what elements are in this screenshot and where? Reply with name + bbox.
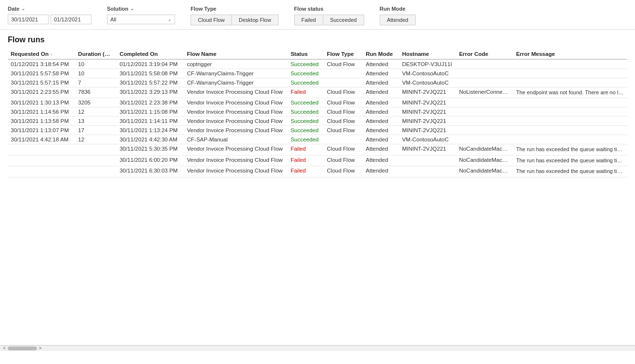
table-row[interactable]: 30/11/2021 5:57:58 PM 10 30/11/2021 5:58… <box>8 69 627 78</box>
col-header-duration[interactable]: Duration (Sec) <box>75 49 117 59</box>
cell-completed-on: 30/11/2021 6:00:20 PM <box>117 155 184 166</box>
col-header-completed-on[interactable]: Completed On <box>117 49 184 59</box>
table-row[interactable]: 01/12/2021 3:18:54 PM 10 01/12/2021 3:19… <box>8 59 627 69</box>
flow-status-succeeded-btn[interactable]: Succeeded <box>323 15 364 25</box>
cell-status: Succeeded <box>288 126 324 135</box>
cell-completed-on: 30/11/2021 1:13:24 PM <box>117 126 184 135</box>
cell-duration: 12 <box>75 135 117 144</box>
sort-icon-requested: ↑ <box>50 52 53 57</box>
table-row[interactable]: 30/11/2021 5:57:15 PM 7 30/11/2021 5:57:… <box>8 78 627 87</box>
col-header-flow-type[interactable]: Flow Type <box>324 49 363 59</box>
flow-type-buttons: Cloud Flow Desktop Flow <box>191 15 279 25</box>
table-row[interactable]: 30/11/2021 4:42:18 AM 12 30/11/2021 4:42… <box>8 135 627 144</box>
section-title: Flow runs <box>8 35 627 44</box>
cell-error-message: The run has exceeded the queue waiting t… <box>513 144 627 155</box>
date-to-input[interactable]: 01/12/2021 <box>51 15 91 24</box>
cell-completed-on: 30/11/2021 3:29:13 PM <box>117 87 184 98</box>
cell-duration: 12 <box>75 107 117 117</box>
cell-error-message <box>513 117 627 126</box>
date-chevron-icon: ⌄ <box>21 6 25 11</box>
cell-run-mode: Attended <box>363 155 399 166</box>
cell-duration: 3205 <box>75 98 117 107</box>
col-header-error-code[interactable]: Error Code <box>456 49 513 59</box>
table-row[interactable]: 30/11/2021 5:30:35 PM Vendor Invoice Pro… <box>8 144 627 155</box>
cell-flow-name: Vendor Invoice Processing Cloud Flow <box>184 144 287 155</box>
table-row[interactable]: 30/11/2021 6:30:03 PM Vendor Invoice Pro… <box>8 166 627 177</box>
cell-error-code <box>456 59 513 69</box>
scroll-right-btn[interactable]: > <box>37 346 44 351</box>
flow-type-label: Flow Type <box>191 6 279 12</box>
cell-hostname: DESKTOP-V3UJ11I <box>399 59 456 69</box>
cell-requested-on: 30/11/2021 1:13:07 PM <box>8 126 75 135</box>
cell-flow-name: Vendor Invoice Processing Cloud Flow <box>184 126 287 135</box>
cell-hostname: MININT-2VJQ221 <box>399 117 456 126</box>
date-from-input[interactable]: 30/11/2021 <box>8 15 49 24</box>
run-mode-buttons: Attended <box>380 15 416 25</box>
horizontal-scrollbar[interactable]: < > <box>0 345 635 351</box>
flow-status-filter-group: Flow status Failed Succeeded <box>294 6 364 25</box>
cell-error-code: NoListenerConnected <box>456 87 513 98</box>
table-header-row: Requested On ↑ Duration (Sec) Completed … <box>8 49 627 59</box>
flow-status-failed-btn[interactable]: Failed <box>294 15 323 25</box>
flow-type-desktop-btn[interactable]: Desktop Flow <box>232 15 279 25</box>
cell-status: Succeeded <box>288 59 324 69</box>
cell-error-code <box>456 107 513 117</box>
table-row[interactable]: 30/11/2021 6:00:20 PM Vendor Invoice Pro… <box>8 155 627 166</box>
cell-duration: 13 <box>75 117 117 126</box>
col-header-requested-on[interactable]: Requested On ↑ <box>8 49 75 59</box>
solution-filter-group: Solution ⌄ All ⌄ <box>107 6 175 24</box>
table-row[interactable]: 30/11/2021 1:30:13 PM 3205 30/11/2021 2:… <box>8 98 627 107</box>
cell-flow-type <box>324 78 363 87</box>
cell-hostname: VM-ContosoAutoC <box>399 78 456 87</box>
cell-flow-type: Cloud Flow <box>324 126 363 135</box>
cell-flow-name: Vendor Invoice Processing Cloud Flow <box>184 87 287 98</box>
table-row[interactable]: 30/11/2021 1:13:07 PM 17 30/11/2021 1:13… <box>8 126 627 135</box>
cell-flow-type: Cloud Flow <box>324 117 363 126</box>
cell-completed-on: 30/11/2021 6:30:03 PM <box>117 166 184 177</box>
col-header-flow-name[interactable]: Flow Name <box>184 49 287 59</box>
table-row[interactable]: 30/11/2021 2:23:55 PM 7836 30/11/2021 3:… <box>8 87 627 98</box>
cell-requested-on: 30/11/2021 1:14:56 PM <box>8 107 75 117</box>
cell-error-code <box>456 117 513 126</box>
cell-completed-on: 30/11/2021 1:14:11 PM <box>117 117 184 126</box>
cell-error-message: The run has exceeded the queue waiting t… <box>513 166 627 177</box>
cell-hostname: MININT-2VJQ221 <box>399 98 456 107</box>
cell-completed-on: 30/11/2021 5:58:08 PM <box>117 69 184 78</box>
col-header-error-message[interactable]: Error Message <box>513 49 627 59</box>
cell-error-message <box>513 107 627 117</box>
col-header-status[interactable]: Status <box>288 49 324 59</box>
cell-duration <box>75 166 117 177</box>
cell-run-mode: Attended <box>363 69 399 78</box>
col-header-run-mode[interactable]: Run Mode <box>363 49 399 59</box>
solution-select[interactable]: All ⌄ <box>107 15 175 24</box>
cell-completed-on: 30/11/2021 4:42:30 AM <box>117 135 184 144</box>
cell-duration <box>75 144 117 155</box>
scrollbar-thumb[interactable] <box>8 347 37 350</box>
cell-error-code: NoCandidateMachine <box>456 166 513 177</box>
run-mode-attended-btn[interactable]: Attended <box>380 15 416 25</box>
cell-flow-type <box>324 135 363 144</box>
date-row: 30/11/2021 01/12/2021 <box>8 15 91 24</box>
cell-error-message <box>513 69 627 78</box>
table-row[interactable]: 30/11/2021 1:13:58 PM 13 30/11/2021 1:14… <box>8 117 627 126</box>
cell-flow-name: Vendor Invoice Processing Cloud Flow <box>184 117 287 126</box>
flow-runs-table: Requested On ↑ Duration (Sec) Completed … <box>8 49 627 177</box>
cell-flow-name: coptrigger <box>184 59 287 69</box>
cell-flow-type: Cloud Flow <box>324 98 363 107</box>
cell-status: Failed <box>288 144 324 155</box>
cell-status: Failed <box>288 166 324 177</box>
cell-error-code <box>456 126 513 135</box>
cell-error-code: NoCandidateMachine <box>456 144 513 155</box>
scroll-left-btn[interactable]: < <box>1 346 8 351</box>
date-filter-group: Date ⌄ 30/11/2021 01/12/2021 <box>8 6 91 24</box>
flow-type-cloud-btn[interactable]: Cloud Flow <box>191 15 232 25</box>
cell-flow-type: Cloud Flow <box>324 166 363 177</box>
col-header-hostname[interactable]: Hostname <box>399 49 456 59</box>
cell-error-message <box>513 126 627 135</box>
cell-flow-type: Cloud Flow <box>324 87 363 98</box>
cell-hostname: VM-ContosoAutoC <box>399 135 456 144</box>
cell-run-mode: Attended <box>363 166 399 177</box>
table-row[interactable]: 30/11/2021 1:14:56 PM 12 30/11/2021 1:15… <box>8 107 627 117</box>
cell-flow-type: Cloud Flow <box>324 144 363 155</box>
cell-error-message: The endpoint was not found. There are no… <box>513 87 627 98</box>
